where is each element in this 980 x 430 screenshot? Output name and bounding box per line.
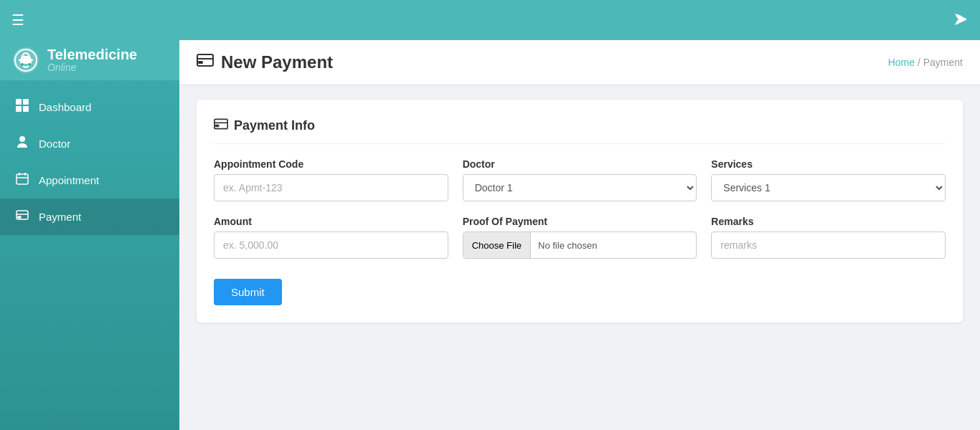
submit-button[interactable]: Submit [214, 279, 282, 305]
logo-area: Telemedicine Online [0, 40, 179, 80]
svg-rect-25 [216, 125, 219, 127]
logo-text-tele: Telemedicine [47, 47, 137, 62]
page-title: New Payment [221, 52, 333, 72]
svg-rect-9 [23, 99, 29, 105]
svg-rect-23 [215, 119, 227, 128]
remarks-label: Remarks [711, 216, 946, 227]
payment-icon [14, 209, 30, 225]
payment-card: Payment Info Appointment Code Doctor Doc… [197, 100, 963, 322]
sidebar-item-dashboard[interactable]: Dashboard [0, 89, 179, 125]
appointment-icon [14, 172, 30, 188]
page-title-icon [197, 52, 214, 73]
sidebar-item-appointment[interactable]: Appointment [0, 162, 179, 199]
logo-text-online: Online [47, 62, 137, 73]
logo-text: Telemedicine Online [47, 47, 137, 73]
sidebar: Telemedicine Online Dashboard Doctor [0, 40, 179, 430]
page-header: New Payment Home / Payment [179, 40, 980, 85]
doctor-select[interactable]: Doctor 1 Doctor 2 Doctor 3 [463, 174, 697, 201]
doctor-label: Doctor [463, 158, 697, 170]
logo-icon [11, 46, 40, 75]
sidebar-item-doctor[interactable]: Doctor [0, 125, 179, 162]
remarks-input[interactable] [711, 231, 946, 259]
sidebar-item-label-payment: Payment [39, 211, 81, 223]
breadcrumb: Home / Payment [888, 57, 963, 68]
breadcrumb-home[interactable]: Home [888, 57, 915, 68]
amount-input[interactable] [214, 231, 448, 259]
card-title: Payment Info [234, 118, 315, 133]
svg-rect-20 [197, 54, 213, 66]
card-title-icon [214, 117, 228, 135]
breadcrumb-separator: / [918, 57, 923, 68]
dashboard-icon [14, 99, 30, 115]
breadcrumb-current: Payment [923, 57, 963, 68]
svg-rect-11 [23, 106, 29, 112]
svg-point-12 [19, 136, 25, 142]
nav-items: Dashboard Doctor Appointment Payment [0, 80, 179, 244]
content-area: New Payment Home / Payment Payment Info [179, 40, 980, 430]
remarks-group: Remarks [711, 216, 946, 259]
svg-point-6 [21, 63, 24, 66]
file-no-chosen-text: No file chosen [531, 240, 604, 251]
doctor-group: Doctor Doctor 1 Doctor 2 Doctor 3 [463, 158, 697, 201]
doctor-icon [14, 135, 30, 152]
amount-label: Amount [214, 216, 448, 227]
services-select[interactable]: Services 1 Services 2 Services 3 [711, 174, 946, 201]
svg-rect-13 [17, 174, 28, 184]
page-title-area: New Payment [197, 52, 333, 73]
services-label: Services [711, 158, 946, 170]
top-bar: ☰ ⮞ [0, 0, 980, 40]
sidebar-item-label-dashboard: Dashboard [39, 101, 91, 113]
appointment-code-input[interactable] [214, 174, 448, 201]
sidebar-item-label-doctor: Doctor [39, 138, 70, 150]
page-body: Payment Info Appointment Code Doctor Doc… [179, 85, 980, 430]
sidebar-item-payment[interactable]: Payment [0, 199, 179, 235]
card-title-area: Payment Info [214, 117, 946, 144]
svg-point-7 [28, 63, 31, 66]
svg-rect-5 [22, 56, 30, 60]
appointment-code-label: Appointment Code [214, 158, 448, 170]
hamburger-icon[interactable]: ☰ [11, 11, 24, 29]
services-group: Services Services 1 Services 2 Services … [711, 158, 946, 201]
top-bar-left: ☰ [11, 11, 24, 29]
file-input-wrapper: Choose File No file chosen [463, 231, 697, 259]
logout-icon[interactable]: ⮞ [954, 12, 969, 29]
main-layout: Telemedicine Online Dashboard Doctor [0, 40, 980, 430]
svg-rect-19 [18, 216, 21, 218]
amount-group: Amount [214, 216, 448, 259]
proof-of-payment-label: Proof Of Payment [463, 216, 697, 227]
proof-of-payment-group: Proof Of Payment Choose File No file cho… [463, 216, 697, 259]
sidebar-item-label-appointment: Appointment [39, 174, 99, 186]
svg-rect-8 [16, 99, 22, 105]
appointment-code-group: Appointment Code [214, 158, 448, 201]
form-row-1: Appointment Code Doctor Doctor 1 Doctor … [214, 158, 946, 201]
choose-file-button[interactable]: Choose File [463, 232, 531, 258]
svg-rect-22 [199, 62, 202, 63]
svg-rect-10 [16, 106, 22, 112]
form-row-2: Amount Proof Of Payment Choose File No f… [214, 216, 946, 259]
